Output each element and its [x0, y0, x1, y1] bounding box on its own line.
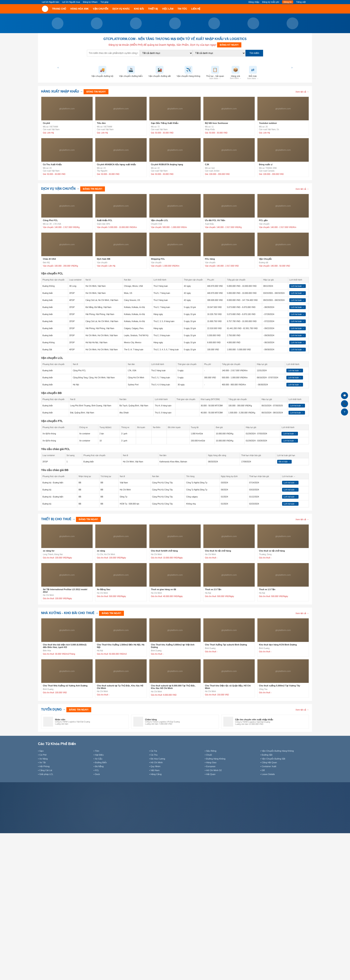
view-all-link[interactable]: Xem tất cả →	[296, 612, 309, 615]
product-card[interactable]: Cho thuê Xe tải chở hàngHồ Chí MinhGiá c…	[203, 524, 255, 560]
keyword-link[interactable]: • Đà Nẵng	[93, 765, 103, 768]
nav-item[interactable]: VIỆC LÀM	[162, 8, 173, 10]
post-button[interactable]: ĐĂNG TIN NGAY!	[84, 89, 108, 94]
product-card[interactable]: Tiêu đenMã số: VIETNAMCần xuất Việt NamG…	[95, 97, 147, 136]
product-card[interactable]: Vận ChuyểnĐường sắtVận chuyển: 140.000 -…	[257, 232, 309, 269]
nav-item[interactable]: THIẾT BỊ	[148, 8, 158, 10]
product-card[interactable]: Cho thuê suburb tại 8.000.000 Tại Thủ Đứ…	[149, 659, 201, 698]
search-button[interactable]: Tìm kiếm	[245, 50, 263, 56]
detail-button[interactable]: Lịch kế tuần →	[282, 495, 299, 499]
product-card[interactable]: Shipping FCLVận chuyểnVận chuyển: 1.300.…	[149, 232, 201, 269]
post-button[interactable]: ĐĂNG TIN NGAY!	[99, 611, 124, 616]
view-all-link[interactable]: Xem tất cả →	[296, 188, 309, 190]
product-card[interactable]: xe nângCủ Chi, Hồ Chí MinhGiá cho thuê: …	[95, 524, 147, 560]
register-cta-button[interactable]: ĐĂNG KÝ NGAY!	[217, 42, 241, 48]
chevron-left-icon[interactable]: ‹	[57, 66, 59, 80]
keyword-link[interactable]: • Xe Cẩu	[93, 757, 102, 760]
keyword-link[interactable]: • Hải Phòng	[38, 765, 49, 768]
keyword-link[interactable]: • Xe Nâng	[38, 757, 48, 760]
chevron-right-icon[interactable]: ›	[291, 66, 293, 80]
keyword-link[interactable]: • Cảng Cát Lái	[38, 769, 52, 772]
keyword-link[interactable]: • Hải Quan	[205, 773, 215, 775]
post-link[interactable]: Đăng tin	[282, 0, 293, 3]
keyword-link[interactable]: • Cá Thu	[149, 754, 158, 756]
topbar-link[interactable]: Lợi Ích Người mua	[62, 1, 80, 3]
product-card[interactable]: Cho Thuê Kho Xưởng 1.500m2 Đến Hà Nội, H…	[95, 618, 147, 657]
float-phone-icon[interactable]: 📞	[341, 400, 348, 407]
keyword-link[interactable]: • FCL	[93, 769, 99, 772]
detail-button[interactable]: Lịch kế tuần →	[289, 291, 306, 295]
product-card[interactable]: Ưu đãi FCL Vũ TrầnXuất khẩuVận chuyển: 1…	[203, 194, 255, 230]
category-item[interactable]: 🚚Vận chuyển đường bộ	[92, 66, 113, 80]
keyword-link[interactable]: • Cà Phê	[38, 754, 47, 756]
lang-select[interactable]: Tiếng việt	[296, 1, 306, 3]
detail-button[interactable]: Lịch kế tuần →	[289, 334, 306, 337]
product-card[interactable]: Cho Thuê kho Diện tộc xã Quận Bảy, Hồ Ch…	[203, 659, 255, 698]
keyword-link[interactable]: • Hãng Cảng	[149, 773, 162, 775]
category-select-1[interactable]: Tất cả danh mục	[140, 50, 193, 56]
category-item[interactable]: ⇄Đổi mácXem thêm →	[247, 66, 258, 80]
product-card[interactable]: Cho thuê forklift chở hàngHồ Chí MinhGiá…	[149, 524, 201, 560]
view-all-link[interactable]: Xem tất cả →	[296, 518, 309, 521]
category-item[interactable]: ✈️Vận chuyển hàng không	[177, 66, 200, 80]
keyword-link[interactable]: • Giải pháp LCL	[38, 773, 53, 775]
nav-item[interactable]: LIÊN HỆ	[191, 8, 200, 10]
view-all-link[interactable]: Xem tất cả →	[296, 91, 309, 93]
detail-button[interactable]: Lịch kế tuần →	[282, 439, 298, 442]
category-item[interactable]: 🚢Vận chuyển đường biển	[119, 66, 143, 80]
detail-button[interactable]: Lịch kế tuần →	[287, 376, 303, 379]
post-button[interactable]: ĐĂNG TIN NGAY!	[80, 186, 105, 191]
product-card[interactable]: Cà phêMã số: VIETNAMCần xuất Việt NamGiá…	[41, 97, 93, 136]
login-link[interactable]: Đăng nhập	[249, 1, 260, 3]
detail-button[interactable]: Lịch kế tuần →	[288, 404, 305, 407]
product-card[interactable]: Đóng nước ưMã số: TRANG SN6Cần xuất Cana…	[257, 138, 309, 177]
product-card[interactable]: Cho Thuê Nhà Xưởng xã Vương Anh DươngBìn…	[41, 659, 93, 698]
register-link[interactable]: Đăng ký miễn phí	[262, 1, 279, 3]
product-card[interactable]: Gạo Dẻo Trắng Xuất KhẩuMã số: 72Cần xuất…	[149, 97, 201, 136]
detail-button[interactable]: Lịch kế tuần →	[287, 369, 303, 372]
keyword-link[interactable]: • Quy Nhơn	[149, 765, 160, 768]
product-card[interactable]: Thuê xe 2.5 TấnHà NộiGiá cho thuê: 500.0…	[203, 563, 255, 601]
product-card[interactable]: Cho thuê xưởng 5.000m2 Tại Vương TâyVũng…	[257, 659, 309, 698]
product-card[interactable]: Cá Thu Xuất KhẩuMã số: 24Cần xuất Việt N…	[41, 138, 93, 177]
post-button[interactable]: ĐĂNG TIN NGAY!	[76, 517, 101, 522]
keyword-link[interactable]: • Hồ Chí Minh O2	[205, 769, 222, 772]
keyword-link[interactable]: • Dock	[93, 773, 100, 775]
job-card[interactable]: Nhân viênCông ty TNHH Logistics Việt Đất…	[41, 714, 129, 729]
float-chat-icon[interactable]: 💬	[341, 392, 348, 399]
detail-button[interactable]: Lịch kế tuần →	[289, 284, 306, 288]
detail-button[interactable]: Lịch kế tuần →	[289, 326, 306, 330]
product-card[interactable]: xe nâng forLong Thành, Đồng NaiGiá cho t…	[41, 524, 93, 560]
product-card[interactable]: Cho Thuê Xưởng Tại suburb Bình DươngBình…	[203, 618, 255, 657]
keyword-link[interactable]: • Xe Tải	[38, 761, 46, 764]
product-card[interactable]: Cho thuê kho bãi diện tích 5.000 (6.000m…	[41, 618, 93, 657]
job-card[interactable]: Cần tìm chuyên viên xuất nhập khẩuCông t…	[221, 714, 309, 729]
detail-button[interactable]: Lịch kế tuần →	[282, 488, 299, 492]
detail-button[interactable]: Lịch kế tuần →	[289, 298, 306, 302]
keyword-link[interactable]: • Việt Nam	[149, 769, 160, 772]
detail-button[interactable]: Lịch kế tuần →	[287, 383, 303, 387]
detail-button[interactable]: Lịch kế tuần →	[289, 340, 306, 344]
nav-item[interactable]: KHO BÃI	[134, 8, 144, 10]
topbar-link[interactable]: Đăng ký DNam	[83, 1, 98, 3]
keyword-link[interactable]: • Vận Chuyển Đường Hàng Không	[260, 750, 294, 752]
float-help-icon[interactable]: ?	[341, 409, 348, 415]
view-all-link[interactable]: Xem tất cả →	[296, 708, 309, 711]
product-card[interactable]: Sơ Tải International ProStar LD 2012 mod…	[41, 563, 93, 601]
product-card[interactable]: Youtubui outdoorMã số: 20Cần xuất Việt N…	[257, 97, 309, 136]
product-card[interactable]: Thuê xe 1.5 TấnHà NộiGiá cho thuê: 500.0…	[257, 563, 309, 601]
product-card[interactable]: Xuất khẩu FCLGiảm đến 30%Vận chuyển: 5.0…	[95, 194, 147, 230]
detail-button[interactable]: Lịch kế tuần →	[282, 481, 299, 485]
product-card[interactable]: Cho thuê suburb tại Tp Thủ Đức, Khu Xác …	[95, 659, 147, 698]
product-card[interactable]: CJKMã số: testCần xuất JordanGiá: 100.00…	[203, 138, 255, 177]
product-card[interactable]: Cà phê ROBUSTA thượng hạngMã số: 22Cần x…	[149, 138, 201, 177]
product-card[interactable]: Cho Thuê khu Xưởng 5.000m2 tại Việt Anh …	[149, 618, 201, 657]
detail-button[interactable]: Lịch kế tuần →	[289, 348, 306, 352]
keyword-link[interactable]: • Đá Hoa Cương	[149, 757, 165, 760]
keyword-link[interactable]: • Đường Hàng Không	[205, 757, 225, 760]
detail-button[interactable]: Lịch kế tuần →	[282, 502, 299, 506]
keyword-link[interactable]: • Dỡ	[260, 769, 264, 772]
keyword-link[interactable]: • European	[205, 765, 215, 768]
product-card[interactable]: Chào đi USAĐến MỹVận chuyển: 100.000 - 2…	[41, 232, 93, 269]
detail-button[interactable]: Lịch kế tuần →	[282, 432, 298, 436]
